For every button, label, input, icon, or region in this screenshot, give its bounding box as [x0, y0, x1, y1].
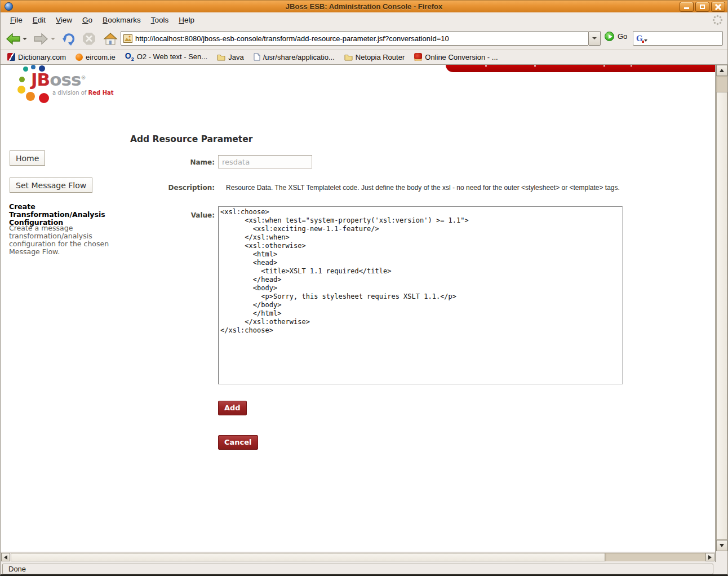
scroll-left-button[interactable]	[1, 553, 10, 561]
bookmark-o2[interactable]: O2 O2 - Web text - Sen...	[125, 52, 207, 62]
value-textarea[interactable]: <xsl:choose> <xsl:when test="system-prop…	[218, 206, 623, 384]
menu-help[interactable]: Help	[174, 14, 199, 26]
menu-edit[interactable]: Edit	[28, 14, 51, 26]
eircom-favicon	[76, 54, 83, 61]
top-banner	[446, 65, 715, 72]
navigation-toolbar: Go G	[1, 28, 727, 50]
registered-mark: ®	[81, 75, 86, 81]
arrow-up-icon	[720, 69, 724, 72]
menu-tools[interactable]: Tools	[146, 14, 174, 26]
vertical-scroll-thumb[interactable]	[716, 92, 727, 540]
name-label: Name:	[147, 158, 215, 166]
maximize-icon	[700, 5, 705, 9]
bookmark-folder-netopia[interactable]: Netopia Router	[344, 53, 405, 61]
add-button[interactable]: Add	[218, 401, 247, 415]
folder-icon	[217, 54, 225, 61]
home-button[interactable]	[103, 30, 118, 47]
go-label: Go	[618, 32, 627, 41]
logo-dot	[23, 67, 28, 72]
horizontal-scroll-trough[interactable]	[605, 553, 707, 561]
bookmark-online-conversion[interactable]: Online Conversion - ...	[414, 53, 498, 61]
horizontal-scrollbar[interactable]	[1, 552, 715, 562]
go-button[interactable]: Go	[605, 32, 627, 41]
chevron-down-icon	[592, 37, 597, 39]
go-icon	[605, 32, 614, 41]
home-nav-button[interactable]: Home	[10, 150, 45, 166]
browser-window: JBoss ESB: Administration Console - Fire…	[0, 0, 728, 576]
sidebar-section-body: Create a message transformation/analysis…	[9, 224, 113, 256]
address-bar[interactable]	[121, 31, 589, 46]
description-label: Description:	[139, 184, 215, 192]
bookmark-label: /usr/share/applicatio...	[263, 53, 335, 61]
close-button[interactable]	[711, 2, 725, 12]
forward-button[interactable]	[33, 30, 55, 47]
logo-dot	[19, 77, 25, 82]
name-input[interactable]	[218, 155, 312, 169]
jboss-wordmark: JBoss®	[31, 69, 86, 90]
forward-history-caret	[51, 38, 55, 40]
arrow-right-icon	[708, 555, 712, 560]
window-title: JBoss ESB: Administration Console - Fire…	[1, 2, 727, 11]
bookmark-label: Dictionary.com	[18, 53, 66, 61]
page-title: Add Resource Parameter	[130, 134, 252, 144]
home-icon	[103, 32, 118, 46]
online-conversion-favicon	[414, 53, 422, 61]
folder-icon	[344, 54, 353, 61]
title-bar[interactable]: JBoss ESB: Administration Console - Fire…	[1, 0, 727, 12]
menu-go[interactable]: Go	[77, 14, 97, 26]
description-text: Resource Data. The XSLT Templatelet code…	[226, 184, 638, 192]
bookmark-label: O2 - Web text - Sen...	[137, 52, 207, 61]
vertical-scroll-trough[interactable]	[716, 76, 727, 92]
stop-button	[83, 30, 95, 47]
reload-button[interactable]	[61, 30, 76, 47]
o2-favicon: O2	[125, 52, 134, 62]
bookmarks-toolbar: Dictionary.com eircom.ie O2 O2 - Web tex…	[1, 50, 727, 65]
page-content: JBoss® a division of Red Hat Add Resourc…	[1, 65, 715, 552]
menu-bookmarks[interactable]: Bookmarks	[97, 14, 146, 26]
menu-view[interactable]: View	[51, 14, 77, 26]
back-history-caret[interactable]	[23, 38, 27, 40]
forward-icon	[33, 32, 49, 46]
back-icon	[5, 32, 21, 46]
maximize-button[interactable]	[695, 2, 709, 12]
stop-icon	[83, 33, 95, 45]
search-box[interactable]: G	[633, 31, 723, 46]
url-input[interactable]	[135, 34, 586, 43]
scroll-right-button[interactable]	[705, 553, 714, 561]
status-text: Done	[2, 564, 713, 574]
arrow-down-icon	[720, 544, 724, 547]
bookmark-folder-java[interactable]: Java	[217, 53, 243, 61]
page-favicon	[123, 34, 132, 43]
search-input[interactable]	[647, 34, 728, 43]
google-icon[interactable]: G	[636, 34, 643, 43]
horizontal-scroll-thumb[interactable]	[11, 553, 605, 561]
bookmark-dictionary[interactable]: Dictionary.com	[7, 53, 66, 61]
menu-bar: File Edit View Go Bookmarks Tools Help	[1, 12, 727, 28]
back-button[interactable]	[5, 30, 27, 47]
cancel-button[interactable]: Cancel	[218, 435, 258, 450]
logo-dot	[17, 86, 25, 94]
menu-file[interactable]: File	[5, 14, 28, 26]
logo-dot	[39, 93, 49, 103]
throbber-icon	[712, 15, 723, 25]
minimize-button[interactable]	[680, 2, 694, 12]
logo-dot	[26, 92, 35, 101]
vertical-scrollbar[interactable]	[715, 65, 728, 562]
document-icon	[254, 53, 260, 61]
scroll-down-button[interactable]	[716, 540, 727, 551]
bookmark-label: Online Conversion - ...	[425, 53, 498, 61]
bookmark-usr-share[interactable]: /usr/share/applicatio...	[254, 53, 335, 61]
logo-dot	[31, 65, 35, 69]
bookmark-label: Netopia Router	[356, 53, 405, 61]
reload-icon	[61, 32, 76, 46]
url-history-dropdown[interactable]	[589, 31, 601, 46]
sidebar-section-title: Create Transformation/Analysis Configura…	[9, 203, 130, 227]
scroll-up-button[interactable]	[716, 65, 727, 76]
jboss-logo: JBoss® a division of Red Hat	[14, 65, 116, 103]
minimize-icon	[684, 7, 689, 9]
bookmark-label: eircom.ie	[86, 53, 116, 61]
jboss-tagline: a division of Red Hat	[52, 90, 114, 96]
bookmark-eircom[interactable]: eircom.ie	[76, 53, 116, 61]
set-message-flow-button[interactable]: Set Message Flow	[10, 178, 92, 193]
arrow-left-icon	[4, 555, 7, 560]
